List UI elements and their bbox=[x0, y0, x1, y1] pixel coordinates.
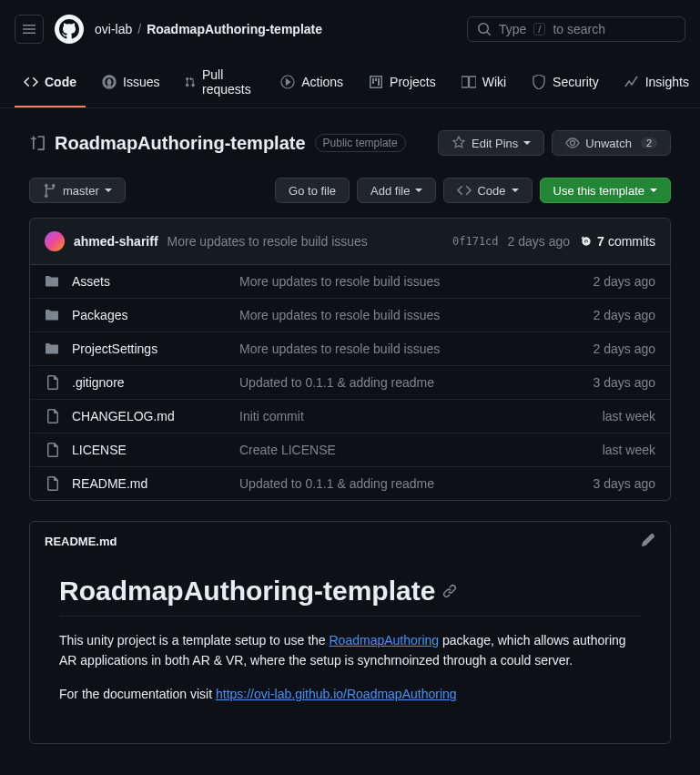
caret-down-icon bbox=[523, 141, 531, 145]
file-name[interactable]: ProjectSettings bbox=[72, 342, 227, 356]
file-icon bbox=[45, 443, 59, 457]
file-time: 3 days ago bbox=[593, 375, 656, 390]
file-row: PackagesMore updates to resole build iss… bbox=[30, 298, 670, 331]
readme-filename[interactable]: README.md bbox=[45, 535, 117, 548]
file-row: CHANGELOG.mdIniti commitlast week bbox=[30, 399, 670, 433]
breadcrumb-owner[interactable]: ovi-lab bbox=[95, 22, 132, 36]
caret-down-icon bbox=[512, 189, 519, 192]
file-icon bbox=[45, 409, 59, 423]
file-commit-message[interactable]: More updates to resole build issues bbox=[239, 274, 581, 289]
use-template-button[interactable]: Use this template bbox=[540, 178, 671, 203]
file-name[interactable]: .gitignore bbox=[72, 375, 227, 390]
search-prefix: Type bbox=[499, 22, 526, 36]
file-name[interactable]: Assets bbox=[72, 274, 227, 289]
file-time: 2 days ago bbox=[593, 342, 656, 356]
tab-pull-requests[interactable]: Pull requests bbox=[176, 58, 264, 107]
readme-paragraph: This unity project is a template setup t… bbox=[59, 631, 641, 670]
file-row: AssetsMore updates to resole build issue… bbox=[30, 265, 670, 298]
commit-sha[interactable]: 0f171cd bbox=[452, 235, 499, 248]
readme-title: RoadmapAuthoring-template bbox=[59, 576, 641, 617]
tab-code[interactable]: Code bbox=[15, 58, 86, 107]
folder-icon bbox=[45, 308, 59, 322]
file-commit-message[interactable]: More updates to resole build issues bbox=[239, 308, 581, 322]
branch-selector[interactable]: master bbox=[29, 178, 126, 203]
readme-paragraph: For the documentation visit https://ovi-… bbox=[59, 685, 641, 705]
breadcrumb-separator: / bbox=[137, 22, 141, 36]
commits-link[interactable]: 7 commits bbox=[579, 234, 655, 249]
edit-readme-button[interactable] bbox=[641, 533, 655, 550]
file-time: 2 days ago bbox=[593, 274, 656, 289]
caret-down-icon bbox=[415, 189, 422, 192]
tab-wiki[interactable]: Wiki bbox=[452, 58, 515, 107]
repo-template-icon bbox=[29, 135, 46, 151]
file-row: LICENSECreate LICENSElast week bbox=[30, 433, 670, 466]
hamburger-menu[interactable] bbox=[15, 15, 44, 44]
add-file-button[interactable]: Add file bbox=[357, 178, 436, 203]
search-key-hint: / bbox=[533, 23, 545, 36]
file-time: last week bbox=[603, 443, 655, 457]
file-time: last week bbox=[603, 409, 655, 423]
repo-visibility-badge: Public template bbox=[315, 134, 406, 152]
file-commit-message[interactable]: Updated to 0.1.1 & adding readme bbox=[239, 375, 581, 390]
file-commit-message[interactable]: Updated to 0.1.1 & adding readme bbox=[239, 476, 581, 491]
file-commit-message[interactable]: More updates to resole build issues bbox=[239, 342, 581, 356]
file-icon bbox=[45, 375, 59, 390]
link-icon[interactable] bbox=[442, 584, 457, 598]
breadcrumb: ovi-lab / RoadmapAuthoring-template bbox=[95, 22, 456, 36]
file-row: .gitignoreUpdated to 0.1.1 & adding read… bbox=[30, 365, 670, 399]
file-name[interactable]: Packages bbox=[72, 308, 227, 322]
github-logo[interactable] bbox=[55, 15, 84, 44]
file-time: 3 days ago bbox=[593, 476, 656, 491]
tab-projects[interactable]: Projects bbox=[360, 58, 445, 107]
search-input[interactable]: Type / to search bbox=[467, 16, 685, 42]
breadcrumb-repo[interactable]: RoadmapAuthoring-template bbox=[147, 22, 322, 36]
file-name[interactable]: LICENSE bbox=[72, 443, 227, 457]
avatar[interactable] bbox=[45, 231, 65, 251]
folder-icon bbox=[45, 274, 59, 289]
readme-link-package[interactable]: RoadmapAuthoring bbox=[330, 633, 440, 648]
search-suffix: to search bbox=[553, 22, 605, 36]
folder-icon bbox=[45, 342, 59, 356]
file-name[interactable]: README.md bbox=[72, 476, 227, 491]
svg-point-0 bbox=[107, 80, 112, 85]
unwatch-button[interactable]: Unwatch 2 bbox=[552, 130, 671, 156]
readme-link-docs[interactable]: https://ovi-lab.github.io/RoadmapAuthori… bbox=[216, 687, 457, 701]
latest-commit-bar: ahmed-shariff More updates to resole bui… bbox=[29, 218, 671, 265]
tab-insights[interactable]: Insights bbox=[615, 58, 698, 107]
file-row: ProjectSettingsMore updates to resole bu… bbox=[30, 331, 670, 365]
file-name[interactable]: CHANGELOG.md bbox=[72, 409, 227, 423]
tab-actions[interactable]: Actions bbox=[271, 58, 352, 107]
file-commit-message[interactable]: Create LICENSE bbox=[239, 443, 590, 457]
commit-author[interactable]: ahmed-shariff bbox=[74, 234, 158, 249]
repo-name: RoadmapAuthoring-template bbox=[55, 133, 306, 154]
file-time: 2 days ago bbox=[593, 308, 656, 322]
file-commit-message[interactable]: Initi commit bbox=[239, 409, 590, 423]
tab-security[interactable]: Security bbox=[522, 58, 608, 107]
commit-time: 2 days ago bbox=[508, 234, 571, 249]
commit-message[interactable]: More updates to resole build issues bbox=[167, 234, 443, 249]
watch-count: 2 bbox=[641, 138, 657, 148]
code-button[interactable]: Code bbox=[443, 178, 532, 203]
go-to-file-button[interactable]: Go to file bbox=[275, 178, 350, 203]
caret-down-icon bbox=[650, 189, 657, 192]
tab-issues[interactable]: Issues bbox=[93, 58, 168, 107]
edit-pins-button[interactable]: Edit Pins bbox=[438, 130, 544, 156]
file-icon bbox=[45, 476, 59, 491]
file-row: README.mdUpdated to 0.1.1 & adding readm… bbox=[30, 466, 670, 500]
caret-down-icon bbox=[105, 189, 112, 192]
